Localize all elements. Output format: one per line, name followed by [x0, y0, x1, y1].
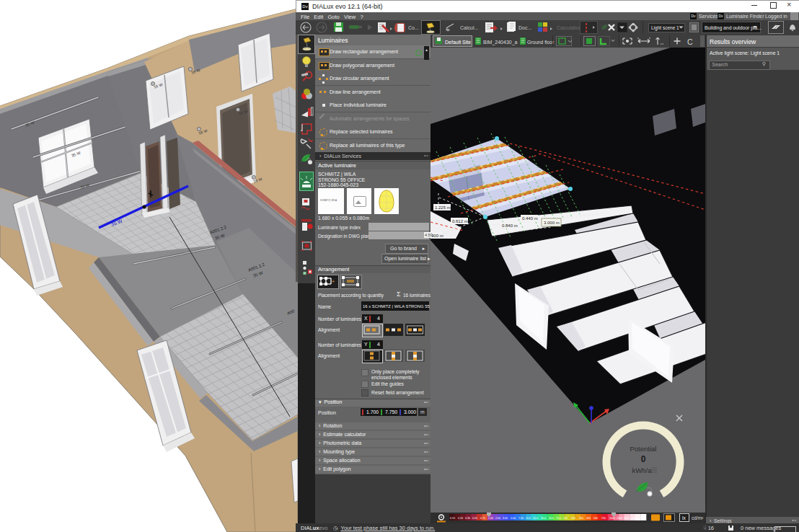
svg-text:200: 200	[579, 517, 583, 520]
svg-text:900 m: 900 m	[431, 234, 443, 238]
svg-text:3000: 3000	[624, 517, 630, 520]
svg-text:Calcul...: Calcul...	[460, 25, 478, 30]
svg-text:Potential: Potential	[630, 445, 657, 453]
svg-text:7.50: 7.50	[518, 517, 524, 520]
svg-text:0.10: 0.10	[450, 517, 455, 520]
svg-text:5000: 5000	[632, 517, 637, 520]
svg-text:1000: 1000	[609, 517, 615, 520]
svg-text:Calculation: Calculation	[557, 25, 582, 30]
svg-text:lx: lx	[682, 515, 686, 520]
svg-text:Co...: Co...	[408, 25, 419, 30]
svg-text:50.0: 50.0	[549, 517, 554, 520]
svg-text:0.440 m: 0.440 m	[522, 216, 538, 221]
svg-text:75.0: 75.0	[556, 517, 561, 520]
svg-text:150: 150	[571, 517, 575, 520]
svg-text:3.00: 3.00	[503, 517, 508, 520]
svg-text:C: C	[687, 37, 693, 46]
svg-text:750: 750	[601, 517, 606, 520]
svg-text:Building and outdoor pla...: Building and outdoor pla...	[705, 25, 762, 31]
svg-text:2.00: 2.00	[495, 517, 500, 520]
svg-text:0.20: 0.20	[458, 517, 463, 520]
svg-text:Ground floor: Ground floor	[527, 40, 555, 45]
svg-text:kWh/a: kWh/a	[632, 466, 653, 474]
svg-text:300: 300	[586, 517, 591, 520]
svg-text:10.0: 10.0	[526, 517, 531, 520]
svg-text:100: 100	[563, 517, 568, 520]
svg-text:0.50: 0.50	[472, 517, 477, 520]
svg-text:0: 0	[641, 454, 646, 464]
svg-text:Light scene 1: Light scene 1	[651, 25, 679, 31]
svg-text:3.000 m: 3.000 m	[544, 221, 560, 225]
svg-text:2000: 2000	[617, 517, 622, 520]
svg-text:20.0: 20.0	[533, 517, 538, 520]
svg-text:0.30: 0.30	[465, 517, 470, 520]
svg-text:Doc...: Doc...	[518, 25, 531, 30]
svg-text:30.0: 30.0	[541, 517, 546, 520]
svg-text:0.840 m: 0.840 m	[502, 223, 518, 228]
svg-text:BIM_240430_a: BIM_240430_a	[483, 40, 518, 45]
svg-text:500: 500	[593, 517, 598, 520]
svg-text:0.75: 0.75	[480, 517, 485, 520]
svg-text:1.00: 1.00	[488, 517, 493, 520]
svg-text:+: +	[332, 279, 335, 284]
svg-text:1.225 m: 1.225 m	[435, 205, 451, 210]
svg-text:Default Site: Default Site	[445, 40, 471, 45]
svg-text:5.00: 5.00	[511, 517, 516, 520]
svg-text:0.612 m: 0.612 m	[452, 219, 468, 223]
svg-text:cd/m²: cd/m²	[692, 515, 704, 520]
svg-text:7500: 7500	[640, 517, 645, 520]
